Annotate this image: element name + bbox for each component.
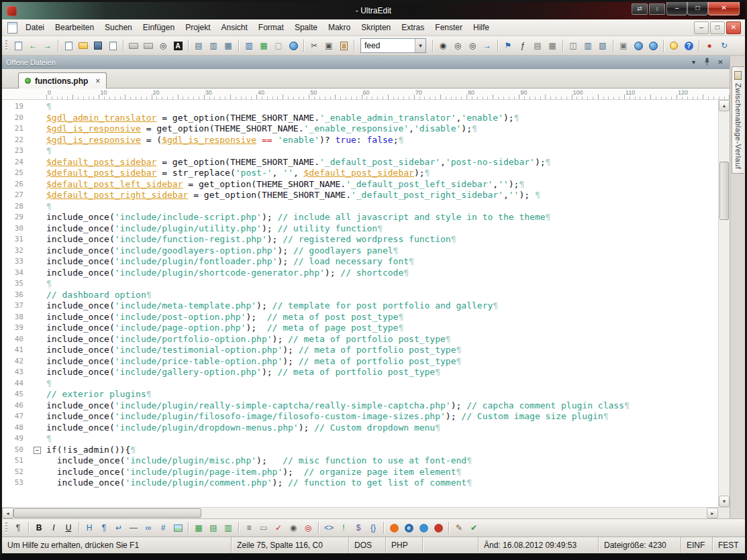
close-button[interactable]: ✕ [708, 2, 740, 15]
code-line[interactable]: 23¶ [2, 146, 730, 157]
html-tidy-icon[interactable]: ▣ [617, 39, 630, 52]
fold-marker[interactable]: − [29, 445, 46, 456]
refresh-icon[interactable]: ↻ [717, 39, 731, 52]
clipboard-history-tab[interactable]: Zwischenablage-Verlauf [732, 66, 744, 174]
checkbox-tag-icon[interactable]: ✓ [272, 521, 285, 535]
column-markers-icon[interactable]: ▦ [257, 39, 270, 52]
menu-item-format[interactable]: Format [253, 20, 289, 36]
word-count-icon[interactable]: ▦ [221, 39, 235, 52]
opera-icon[interactable] [432, 521, 445, 535]
line-numbers-icon[interactable]: ▥ [207, 39, 220, 52]
menu-item-hilfe[interactable]: Hilfe [468, 20, 495, 36]
code-line[interactable]: 51 include_once('include/plugin/misc.php… [2, 455, 730, 467]
hr-tag-icon[interactable]: — [127, 521, 140, 535]
menu-item-einfgen[interactable]: Einfügen [138, 20, 180, 36]
template-list-icon[interactable]: ▤ [531, 39, 544, 52]
menu-item-ansicht[interactable]: Ansicht [216, 20, 253, 36]
menu-item-extras[interactable]: Extras [396, 20, 430, 36]
code-line[interactable]: 42include_once('include/price-table-opti… [2, 356, 730, 368]
menu-item-projekt[interactable]: Projekt [180, 20, 215, 36]
sort-lines-icon[interactable]: ▤ [192, 39, 205, 52]
menu-item-suchen[interactable]: Suchen [99, 20, 138, 36]
heading-tag-icon[interactable]: H [83, 521, 96, 535]
code-line[interactable]: 30include_once('include/plugin/utility.p… [2, 223, 730, 235]
find-next-icon[interactable]: ◎ [451, 39, 464, 52]
find-icon[interactable]: ◎ [156, 39, 170, 52]
find-in-files-icon[interactable]: ◉ [436, 39, 450, 52]
code-line[interactable]: 21$gdl_is_responsive = get_option(THEME_… [2, 123, 730, 135]
chevron-down-icon[interactable]: ▾ [415, 39, 426, 52]
code-line[interactable]: 46include_once('include/plugin/really-si… [2, 400, 730, 412]
code-line[interactable]: 26$default_post_left_sidebar = get_optio… [2, 179, 730, 190]
scroll-left-icon[interactable]: ◄ [2, 508, 13, 518]
code-line[interactable]: 34include_once('include/plugin/shortcode… [2, 268, 730, 279]
italic-icon[interactable]: I [47, 521, 60, 535]
paste-icon[interactable] [337, 39, 350, 52]
maximize-button[interactable]: □ [687, 2, 708, 15]
code-line[interactable]: 47include_once('include/plugin/filosofo-… [2, 411, 730, 423]
status-syntax-mode[interactable]: PHP [386, 537, 423, 553]
web-search-icon[interactable] [646, 39, 660, 52]
script-tag-icon[interactable]: <> [322, 521, 336, 535]
firefox-icon[interactable] [387, 521, 401, 535]
code-line[interactable]: 31include_once('include/function-regist.… [2, 234, 730, 245]
menu-item-bearbeiten[interactable]: Bearbeiten [50, 20, 99, 36]
code-line[interactable]: 53 include_once('include/plugin/comment.… [2, 478, 730, 489]
underline-icon[interactable]: U [62, 521, 75, 535]
find-prev-icon[interactable]: ◎ [466, 39, 479, 52]
code-line[interactable]: 44¶ [2, 378, 730, 390]
tab-functions-php[interactable]: functions.php × [18, 72, 107, 89]
target-icon[interactable]: ◎ [301, 521, 315, 535]
vertical-scroll-track[interactable] [719, 111, 730, 496]
save-icon[interactable] [91, 39, 105, 52]
css-tag-icon[interactable]: {} [366, 521, 380, 535]
new-document-icon[interactable] [62, 39, 75, 52]
table-tag-icon[interactable]: ▦ [192, 521, 205, 535]
pin-icon[interactable] [702, 58, 712, 67]
line-break-icon[interactable]: ↵ [112, 521, 126, 535]
code-line[interactable]: 33include_once('include/plugin/fontloade… [2, 256, 730, 268]
code-line[interactable]: 43include_once('include/gallery-option.p… [2, 367, 730, 378]
link-tag-icon[interactable]: ∞ [142, 521, 155, 535]
edit-pencil-icon[interactable]: ✎ [452, 521, 466, 535]
code-line[interactable]: 28¶ [2, 201, 730, 213]
split-window-icon[interactable]: ◫ [566, 39, 580, 52]
horizontal-scroll-track[interactable] [13, 508, 707, 518]
code-line[interactable]: 22$gdl_is_responsive = ($gdl_is_responsi… [2, 135, 730, 146]
vertical-scrollbar[interactable]: ▲ ▼ [718, 100, 730, 507]
page-setup-icon[interactable]: ▢ [272, 39, 285, 52]
code-line[interactable]: 24$default_post_sidebar = get_option(THE… [2, 157, 730, 168]
print-preview-icon[interactable] [142, 39, 155, 52]
scroll-down-icon[interactable]: ▼ [719, 496, 730, 507]
code-line[interactable]: 49¶ [2, 433, 730, 445]
validate-icon[interactable]: ✔ [467, 521, 481, 535]
code-line[interactable]: 39include_once('include/page-option.php'… [2, 323, 730, 334]
cut-icon[interactable]: ✂ [307, 39, 321, 52]
toolbar-combo[interactable]: feed ▾ [360, 38, 426, 53]
browser-preview-icon[interactable] [632, 39, 645, 52]
tile-horizontal-icon[interactable]: ▥ [581, 39, 595, 52]
autohide-toggle-icon[interactable]: ↕ [649, 3, 665, 15]
code-line[interactable]: 29include_once('include/include-script.p… [2, 212, 730, 223]
status-line-ending[interactable]: DOS [349, 537, 386, 553]
menu-item-skripten[interactable]: Skripten [356, 20, 396, 36]
child-document-icon[interactable] [7, 22, 17, 34]
print-icon[interactable] [127, 39, 140, 52]
code-line[interactable]: 36// dashboard option¶ [2, 290, 730, 301]
code-line[interactable]: 52 include_once('include/plugin/page-ite… [2, 467, 730, 478]
ie-icon[interactable]: e [402, 521, 415, 535]
menu-item-datei[interactable]: Datei [20, 20, 50, 36]
tile-vertical-icon[interactable]: ▧ [596, 39, 609, 52]
code-line[interactable]: 38include_once('include/post-option.php'… [2, 312, 730, 323]
code-line[interactable]: 27$default_post_right_sidebar = get_opti… [2, 190, 730, 201]
function-list-icon[interactable]: ƒ [516, 39, 530, 52]
code-line[interactable]: 50−if(!is_admin()){¶ [2, 445, 730, 456]
menu-item-spalte[interactable]: Spalte [289, 20, 323, 36]
web-globe-icon[interactable] [287, 39, 300, 52]
tag-list-icon[interactable]: ▦ [546, 39, 559, 52]
nav-back-icon[interactable]: ← [26, 39, 40, 52]
nav-forward-icon[interactable]: → [41, 39, 54, 52]
child-restore-icon[interactable]: □ [710, 21, 725, 34]
toolbar-grip[interactable] [5, 522, 7, 533]
code-line[interactable]: 48include_once('include/plugin/dropdown-… [2, 423, 730, 434]
